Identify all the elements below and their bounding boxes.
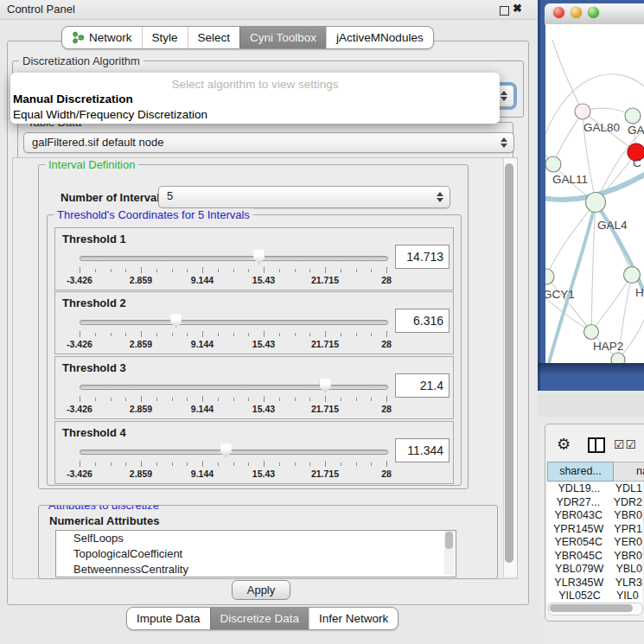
cell-shared-name[interactable]: YDL19... <box>547 482 611 496</box>
tab-select[interactable]: Select <box>188 27 240 48</box>
close-icon[interactable]: ✖ <box>513 2 522 15</box>
table-panel-titlebar: Table Panel <box>538 393 644 417</box>
dropdown-option-manual[interactable]: Manual Discretization <box>10 92 500 107</box>
canvas-shadow <box>538 363 644 375</box>
column-header-name[interactable]: na <box>614 462 644 481</box>
node-top-right[interactable] <box>625 108 641 124</box>
node-gal11[interactable] <box>545 156 561 172</box>
table-row[interactable]: YLR345WYLR3 <box>547 577 642 590</box>
attributes-to-discretize-group: Attributes to discretize Numerical Attri… <box>38 505 498 579</box>
list-item[interactable]: BetweennessCentrality <box>56 562 456 577</box>
list-scrollbar-thumb[interactable] <box>445 532 453 549</box>
node-label-gal80: GAL80 <box>583 121 620 134</box>
table-row[interactable]: YBR043CYBR0 <box>547 509 642 523</box>
cell-shared-name[interactable]: YBL079W <box>547 563 611 577</box>
cell-name[interactable]: YBR0 <box>609 509 642 523</box>
cell-shared-name[interactable]: YLR345W <box>547 577 611 590</box>
table-row[interactable]: YER054CYER0 <box>547 536 642 550</box>
node-h[interactable] <box>624 267 641 284</box>
group-legend: Discretization Algorithm <box>19 54 143 67</box>
cell-name[interactable]: YBL0 <box>611 563 642 577</box>
dropdown-prompt: Select algorithm to view settings <box>10 73 500 92</box>
group-legend: Attributes to discretize <box>45 505 163 512</box>
tab-cyni-toolbox[interactable]: Cyni Toolbox <box>239 27 326 48</box>
node-gal4[interactable] <box>586 193 606 213</box>
tab-label: Network <box>89 27 132 48</box>
network-icon <box>72 31 85 44</box>
cell-name[interactable]: YBR0 <box>609 550 642 564</box>
cell-shared-name[interactable]: YPR145W <box>547 523 609 537</box>
network-canvas[interactable]: GAL80 GA C GAL11 GAL4 GCY1 H HAP2 <box>545 24 644 363</box>
list-item[interactable]: TopologicalCoefficient <box>56 546 456 562</box>
node-gcy1[interactable] <box>545 269 554 284</box>
tab-label: Cyni Toolbox <box>250 27 316 48</box>
close-traffic-light[interactable] <box>553 7 564 18</box>
table-data-combobox[interactable]: galFiltered.sif default node <box>23 132 514 153</box>
cyni-mode-tabs: Impute Data Discretize Data Infer Networ… <box>126 607 399 630</box>
node-label-partial-ga: GA <box>628 124 644 137</box>
table-header: shared... na <box>547 462 644 481</box>
table-row[interactable]: YPR145WYPR1 <box>547 523 642 537</box>
cell-name[interactable]: YDL1 <box>611 482 642 496</box>
node-label-hap2: HAP2 <box>593 340 623 353</box>
cell-shared-name[interactable]: YBR043C <box>547 509 609 523</box>
table-row[interactable]: YDL19...YDL1 <box>547 482 642 496</box>
node-bottom[interactable] <box>611 353 625 363</box>
tab-impute-data[interactable]: Impute Data <box>127 608 210 629</box>
group-legend: Interval Definition <box>45 158 138 171</box>
zoom-traffic-light[interactable] <box>588 7 599 18</box>
numerical-attributes-list[interactable]: SelfLoopsTopologicalCoefficientBetweenne… <box>55 530 456 577</box>
node-hap2[interactable] <box>584 325 599 340</box>
table-row[interactable]: YIL052CYIL0 <box>547 590 642 603</box>
gear-icon[interactable]: ⚙ <box>557 435 571 454</box>
combo-arrows-icon <box>501 91 507 101</box>
control-panel-tabs: Network Style Select Cyni Toolbox jActiv… <box>61 26 434 49</box>
tab-label: Discretize Data <box>220 608 300 629</box>
numerical-attributes-label: Numerical Attributes <box>49 514 159 527</box>
node-label-partial-c: C <box>633 156 641 169</box>
apply-button[interactable]: Apply <box>232 580 290 600</box>
cell-shared-name[interactable]: YIL052C <box>547 590 612 603</box>
tab-discretize-data[interactable]: Discretize Data <box>210 608 309 629</box>
node-label-gal4: GAL4 <box>597 219 628 232</box>
list-scrollbar-track[interactable] <box>444 531 454 575</box>
cell-name[interactable]: YPR1 <box>609 523 642 537</box>
table-rows: YDL19...YDL1YDR27...YDR2YBR043CYBR0YPR14… <box>547 482 642 603</box>
node-label-gal11: GAL11 <box>552 173 588 186</box>
cell-name[interactable]: YDR2 <box>609 496 642 510</box>
table-row[interactable]: YBL079WYBL0 <box>547 563 642 577</box>
panel-scrollbar-thumb[interactable] <box>505 163 513 563</box>
cell-name[interactable]: YER0 <box>609 536 642 550</box>
select-columns-checkbox-icons[interactable]: ☑☑ <box>614 437 637 451</box>
tab-label: Infer Network <box>319 608 388 629</box>
table-row[interactable]: YBR045CYBR0 <box>547 550 642 564</box>
table-row[interactable]: YDR27...YDR2 <box>547 496 642 510</box>
cell-shared-name[interactable]: YDR27... <box>547 496 609 510</box>
minimize-traffic-light[interactable] <box>571 7 582 18</box>
tab-label: Impute Data <box>137 608 201 629</box>
cell-shared-name[interactable]: YBR045C <box>547 550 609 564</box>
tab-style[interactable]: Style <box>142 27 188 48</box>
node-gal80[interactable] <box>575 104 590 119</box>
columns-icon[interactable] <box>588 437 605 453</box>
panel-title: Control Panel <box>7 3 75 16</box>
column-header-shared-name[interactable]: shared... <box>547 462 614 481</box>
table-hscrollbar-thumb[interactable] <box>550 604 633 612</box>
tab-network[interactable]: Network <box>62 27 142 48</box>
cell-shared-name[interactable]: YER054C <box>547 536 609 550</box>
cell-name[interactable]: YIL0 <box>612 590 639 603</box>
cell-name[interactable]: YLR3 <box>611 577 642 590</box>
tab-label: Style <box>152 27 178 48</box>
table-hscrollbar-track[interactable] <box>548 603 643 615</box>
dropdown-option-equal-width[interactable]: Equal Width/Frequency Discretization <box>10 107 500 123</box>
tab-jactivemnodules[interactable]: jActiveMNodules <box>326 27 433 48</box>
tab-label: Select <box>198 27 231 48</box>
node-label-gcy1: GCY1 <box>545 288 575 301</box>
tab-label: jActiveMNodules <box>336 27 424 48</box>
algorithm-dropdown-popup: Select algorithm to view settings Manual… <box>10 73 500 124</box>
list-item[interactable]: SelfLoops <box>56 531 456 546</box>
combo-arrows-icon <box>501 137 507 148</box>
float-window-icon[interactable] <box>500 6 509 16</box>
tab-infer-network[interactable]: Infer Network <box>309 608 398 629</box>
combo-value: galFiltered.sif default node <box>32 136 163 149</box>
